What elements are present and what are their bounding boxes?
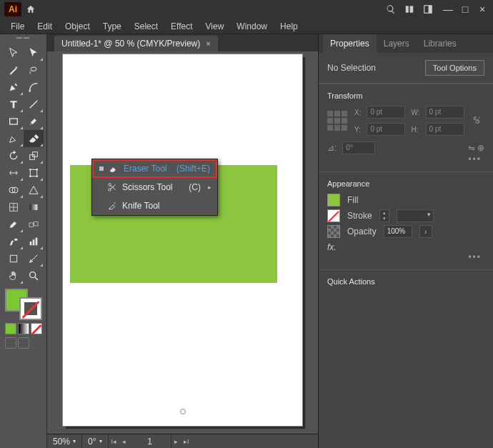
svg-rect-16: [29, 204, 37, 210]
line-segment-tool[interactable]: [24, 96, 44, 113]
symbol-sprayer-tool[interactable]: [4, 233, 24, 250]
pen-tool[interactable]: [4, 79, 24, 96]
workspace-icon[interactable]: [419, 0, 437, 19]
draw-normal-button[interactable]: [5, 337, 16, 349]
tab-layers[interactable]: Layers: [377, 34, 417, 53]
svg-rect-1: [410, 6, 414, 12]
selection-tool[interactable]: [4, 44, 24, 61]
column-graph-tool[interactable]: [24, 233, 44, 250]
close-window-button[interactable]: ×: [476, 3, 489, 16]
stroke-swatch[interactable]: [19, 297, 42, 320]
rotate-tool[interactable]: [4, 147, 24, 164]
section-title: Quick Actions: [327, 277, 484, 286]
arrange-documents-icon[interactable]: [400, 0, 419, 19]
opacity-popup-button[interactable]: ›: [419, 225, 432, 238]
rotation-value[interactable]: 0°▾: [82, 434, 108, 448]
flyout-item-knife[interactable]: Knife Tool: [92, 196, 217, 215]
tool-options-button[interactable]: Tool Options: [425, 60, 484, 76]
flyout-label: Knife Tool: [122, 201, 211, 211]
shape-builder-tool[interactable]: [4, 181, 24, 199]
panel-tabs: Properties Layers Libraries: [319, 34, 493, 53]
color-mode-button[interactable]: [5, 323, 16, 334]
draw-behind-button[interactable]: [18, 337, 29, 349]
more-options-icon[interactable]: •••: [327, 252, 484, 262]
magic-wand-tool[interactable]: [4, 61, 24, 79]
flyout-item-eraser[interactable]: Eraser Tool (Shift+E): [92, 159, 217, 178]
type-tool[interactable]: [4, 96, 24, 113]
flyout-label: Eraser Tool: [124, 164, 172, 174]
w-field[interactable]: 0 pt: [426, 106, 464, 119]
perspective-grid-tool[interactable]: [24, 181, 44, 199]
link-wh-icon[interactable]: [472, 115, 483, 126]
flyout-item-scissors[interactable]: Scissors Tool (C) ▸: [92, 178, 217, 196]
artboard[interactable]: [63, 54, 302, 426]
home-icon[interactable]: [21, 0, 40, 19]
fill-stroke-swatch[interactable]: [5, 289, 42, 320]
stroke-swatch[interactable]: [327, 209, 340, 222]
eraser-tool[interactable]: [24, 130, 44, 147]
more-options-icon[interactable]: •••: [327, 154, 484, 164]
flyout-label: Scissors Tool: [122, 182, 184, 192]
menu-select[interactable]: Select: [128, 19, 164, 34]
tab-properties[interactable]: Properties: [323, 34, 377, 53]
free-transform-tool[interactable]: [24, 164, 44, 181]
fill-label: Fill: [347, 195, 358, 205]
artboard-tool[interactable]: [4, 250, 24, 267]
menu-view[interactable]: View: [199, 19, 231, 34]
minimize-button[interactable]: —: [442, 3, 454, 16]
paintbrush-tool[interactable]: [24, 113, 44, 130]
none-mode-button[interactable]: [31, 323, 42, 334]
menu-object[interactable]: Object: [59, 19, 96, 34]
reference-point-picker[interactable]: [327, 111, 347, 131]
menu-help[interactable]: Help: [274, 19, 304, 34]
lasso-tool[interactable]: [24, 61, 44, 79]
zoom-level[interactable]: 50%▾: [47, 434, 82, 448]
flip-buttons[interactable]: ⇋ ⊕: [468, 143, 484, 153]
prev-artboard-button[interactable]: ◂: [119, 438, 129, 445]
direct-selection-tool[interactable]: [24, 44, 44, 61]
next-artboard-button[interactable]: ▸: [171, 438, 181, 445]
h-field[interactable]: 0 pt: [426, 123, 464, 136]
flyout-shortcut: (C): [189, 182, 201, 192]
search-icon[interactable]: [382, 0, 400, 19]
width-tool[interactable]: [4, 164, 24, 181]
document-tab[interactable]: Untitled-1* @ 50 % (CMYK/Preview) ×: [54, 36, 218, 51]
tab-libraries[interactable]: Libraries: [417, 34, 464, 53]
rectangle-tool[interactable]: [4, 113, 24, 130]
menu-effect[interactable]: Effect: [164, 19, 199, 34]
curvature-tool[interactable]: [24, 79, 44, 96]
artboard-number[interactable]: 1: [129, 434, 171, 448]
opacity-label: Opacity: [347, 227, 377, 237]
stroke-weight-stepper[interactable]: ▴▾: [379, 209, 389, 222]
rotate-field[interactable]: 0°: [342, 141, 375, 154]
opacity-field[interactable]: 100%: [384, 225, 412, 238]
transform-section: Transform X: 0 pt W: 0 pt Y: 0 pt H: 0 p…: [319, 84, 493, 171]
y-field[interactable]: 0 pt: [367, 123, 405, 136]
canvas[interactable]: Eraser Tool (Shift+E) Scissors Tool (C) …: [47, 51, 318, 434]
zoom-tool[interactable]: [24, 267, 44, 284]
menu-window[interactable]: Window: [230, 19, 274, 34]
close-tab-button[interactable]: ×: [206, 36, 210, 51]
hand-tool[interactable]: [4, 267, 24, 284]
gradient-mode-button[interactable]: [18, 323, 29, 334]
tearoff-icon[interactable]: ▸: [208, 184, 211, 191]
scale-tool[interactable]: [24, 147, 44, 164]
maximize-button[interactable]: □: [459, 3, 472, 16]
fx-label[interactable]: fx.: [327, 242, 484, 252]
opacity-swatch-icon: [327, 225, 340, 238]
menu-edit[interactable]: Edit: [31, 19, 59, 34]
first-artboard-button[interactable]: I◂: [109, 438, 120, 445]
gradient-tool[interactable]: [24, 199, 44, 216]
slice-tool[interactable]: [24, 250, 44, 267]
menu-file[interactable]: File: [4, 19, 31, 34]
eyedropper-tool[interactable]: [4, 216, 24, 233]
blend-tool[interactable]: [24, 216, 44, 233]
menu-type[interactable]: Type: [96, 19, 128, 34]
last-artboard-button[interactable]: ▸I: [181, 438, 192, 445]
stroke-weight-dropdown[interactable]: [397, 209, 434, 222]
x-field[interactable]: 0 pt: [367, 106, 405, 119]
mesh-tool[interactable]: [4, 199, 24, 216]
flyout-shortcut: (Shift+E): [176, 164, 210, 174]
fill-swatch[interactable]: [327, 194, 340, 206]
shaper-tool[interactable]: [4, 130, 24, 147]
